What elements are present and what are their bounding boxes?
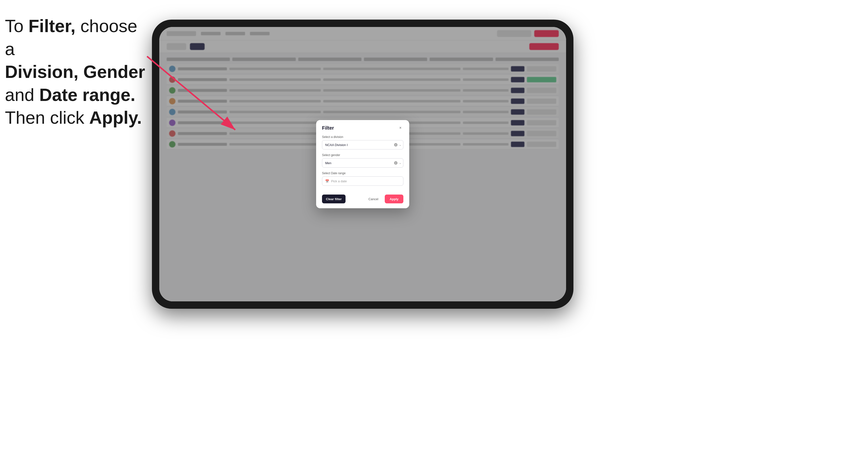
cancel-button[interactable]: Cancel <box>364 194 382 204</box>
instruction-line3: and Date range. <box>5 85 135 105</box>
instruction-line1: To Filter, choose a <box>5 16 137 59</box>
gender-select-controls: × ⌄ <box>394 161 401 165</box>
division-select[interactable]: NCAA Division I <box>322 140 403 150</box>
modal-footer: Clear filter Cancel Apply <box>316 194 409 208</box>
tablet-outer-frame: Filter × Select a division NCAA Division… <box>152 20 574 309</box>
apply-button[interactable]: Apply <box>385 194 403 204</box>
modal-overlay: Filter × Select a division NCAA Division… <box>159 27 566 301</box>
instruction-line4: Then click Apply. <box>5 108 142 127</box>
date-label: Select Date range <box>322 172 403 175</box>
filter-modal: Filter × Select a division NCAA Division… <box>316 120 409 208</box>
instruction-bold-apply: Apply. <box>89 108 142 127</box>
date-form-group: Select Date range 📅 Pick a date <box>322 172 403 186</box>
gender-select[interactable]: Men <box>322 158 403 167</box>
instruction-text: To Filter, choose a Division, Gender and… <box>5 15 147 129</box>
modal-header: Filter × <box>316 120 409 134</box>
division-select-wrapper: NCAA Division I × ⌄ <box>322 140 403 150</box>
division-form-group: Select a division NCAA Division I × ⌄ <box>322 135 403 150</box>
modal-close-button[interactable]: × <box>398 125 403 131</box>
modal-footer-right: Cancel Apply <box>364 194 403 204</box>
modal-body: Select a division NCAA Division I × ⌄ <box>316 134 409 194</box>
calendar-icon: 📅 <box>325 179 329 183</box>
tablet-device: Filter × Select a division NCAA Division… <box>152 20 574 309</box>
instruction-bold-date: Date range. <box>39 85 135 105</box>
division-chevron-icon: ⌄ <box>399 143 401 147</box>
gender-clear-icon[interactable]: × <box>394 161 398 165</box>
division-clear-icon[interactable]: × <box>394 143 398 147</box>
date-input-wrapper[interactable]: 📅 Pick a date <box>322 177 403 186</box>
date-placeholder: Pick a date <box>331 179 347 183</box>
instruction-bold-filter: Filter, <box>28 16 75 36</box>
modal-title: Filter <box>322 125 334 131</box>
gender-chevron-icon: ⌄ <box>399 161 401 165</box>
clear-filter-button[interactable]: Clear filter <box>322 194 345 204</box>
division-label: Select a division <box>322 135 403 139</box>
gender-form-group: Select gender Men × ⌄ <box>322 153 403 167</box>
tablet-screen: Filter × Select a division NCAA Division… <box>159 27 566 301</box>
gender-select-wrapper: Men × ⌄ <box>322 158 403 167</box>
instruction-bold-divgender: Division, Gender <box>5 62 145 82</box>
division-select-controls: × ⌄ <box>394 143 401 147</box>
gender-label: Select gender <box>322 153 403 157</box>
